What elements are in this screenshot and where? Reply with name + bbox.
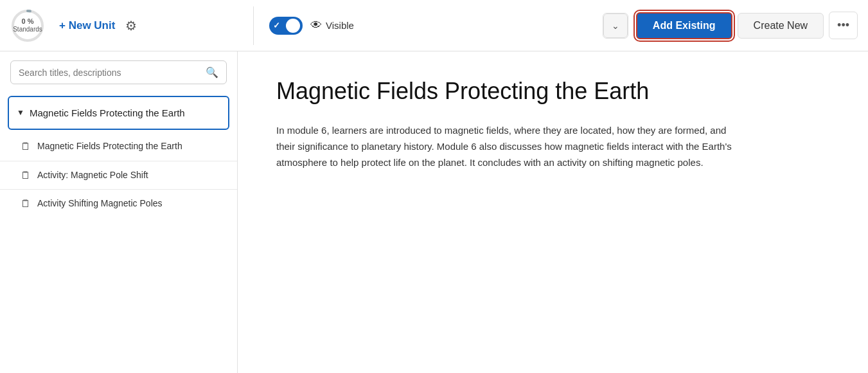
visibility-toggle[interactable]: ✓ (269, 17, 303, 35)
standards-circle[interactable]: 0 % Standards (10, 8, 45, 43)
visible-text: Visible (326, 20, 354, 31)
toolbar-right: ⌄ Add Existing Create New ••• (603, 12, 858, 39)
unit-title: Magnetic Fields Protecting the Earth (30, 106, 185, 120)
ellipsis-icon: ••• (837, 19, 849, 32)
search-box[interactable]: 🔍 (10, 60, 227, 84)
gear-icon: ⚙ (125, 19, 137, 33)
create-new-button[interactable]: Create New (738, 13, 824, 39)
chevron-down-icon: ⌄ (612, 21, 619, 31)
sidebar: 🔍 ▼ Magnetic Fields Protecting the Earth… (0, 51, 238, 373)
search-input[interactable] (19, 68, 200, 78)
sub-item-title: Activity Shifting Magnetic Poles (37, 197, 163, 210)
content-area: Magnetic Fields Protecting the Earth In … (238, 51, 868, 373)
new-unit-label: + New Unit (59, 19, 115, 32)
sub-item-title: Activity: Magnetic Pole Shift (37, 169, 148, 182)
more-options-button[interactable]: ••• (829, 12, 858, 39)
content-description: In module 6, learners are introduced to … (276, 123, 739, 170)
sub-item-title: Magnetic Fields Protecting the Earth (37, 140, 182, 153)
toolbar: 0 % Standards + New Unit ⚙ ✓ 👁 Visible (0, 0, 868, 51)
toolbar-center: ✓ 👁 Visible (259, 17, 603, 35)
toolbar-left: 0 % Standards + New Unit ⚙ (10, 8, 248, 43)
document-icon: 🗒 (21, 170, 31, 181)
main-content: 🔍 ▼ Magnetic Fields Protecting the Earth… (0, 51, 868, 373)
settings-button[interactable]: ⚙ (125, 18, 137, 33)
eye-icon: 👁 (310, 19, 322, 32)
list-item[interactable]: 🗒 Activity: Magnetic Pole Shift (0, 161, 237, 190)
list-item[interactable]: 🗒 Activity Shifting Magnetic Poles (0, 190, 237, 218)
add-existing-button[interactable]: Add Existing (636, 12, 732, 39)
list-item[interactable]: 🗒 Magnetic Fields Protecting the Earth (0, 132, 237, 161)
standards-text: 0 % Standards (13, 17, 42, 33)
toggle-check-icon: ✓ (273, 21, 280, 30)
dropdown-button[interactable]: ⌄ (603, 14, 628, 38)
document-icon: 🗒 (21, 141, 31, 152)
toolbar-divider (253, 6, 254, 45)
toggle-thumb (286, 19, 300, 33)
new-unit-button[interactable]: + New Unit (55, 19, 115, 32)
search-icon: 🔍 (206, 66, 218, 78)
unit-item[interactable]: ▼ Magnetic Fields Protecting the Earth (8, 96, 229, 130)
content-title: Magnetic Fields Protecting the Earth (276, 77, 829, 105)
document-icon: 🗒 (21, 198, 31, 210)
visible-label: 👁 Visible (310, 19, 354, 32)
collapse-arrow-icon: ▼ (17, 108, 24, 117)
sidebar-list: ▼ Magnetic Fields Protecting the Earth 🗒… (0, 93, 237, 373)
